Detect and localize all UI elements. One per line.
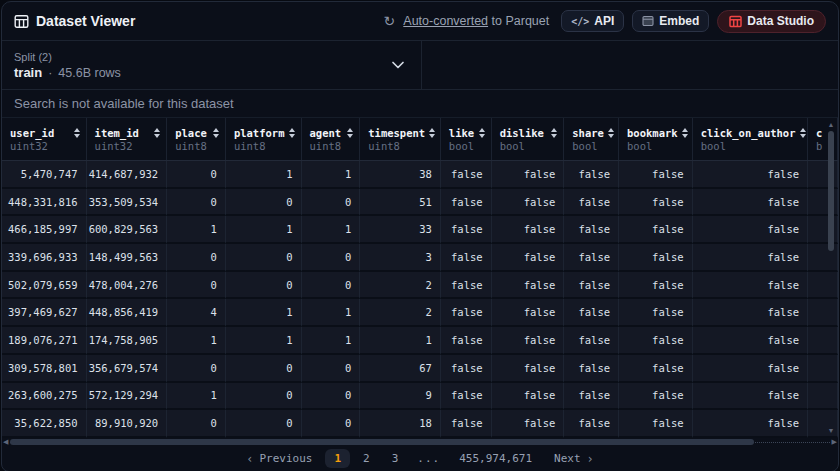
table-cell[interactable]: 353,509,534 [87,189,168,217]
table-cell[interactable]: 148,499,563 [87,244,168,272]
table-cell[interactable]: 1 [302,327,361,355]
scroll-down-arrow-icon[interactable]: ▼ [828,427,835,435]
table-cell[interactable]: false [564,299,619,327]
table-cell[interactable]: 1 [302,299,361,327]
table-cell[interactable]: 89,910,920 [87,410,168,438]
horizontal-scrollbar[interactable]: ◀ ▶ [2,438,838,446]
vertical-scrollbar[interactable]: ▲ ▼ [827,121,835,435]
table-cell[interactable]: false [492,161,565,189]
table-cell[interactable]: false [693,272,808,300]
column-header-share[interactable]: sharebool [564,118,619,160]
sort-icon[interactable] [429,128,435,138]
table-cell[interactable]: false [441,244,492,272]
table-cell[interactable]: 0 [302,189,361,217]
table-cell[interactable]: false [564,216,619,244]
table-cell[interactable]: 0 [302,355,361,383]
table-cell[interactable]: false [693,410,808,438]
table-cell[interactable]: 0 [226,244,302,272]
table-cell[interactable]: 0 [167,355,226,383]
table-cell[interactable]: 1 [302,216,361,244]
table-cell[interactable]: false [693,161,808,189]
table-cell[interactable]: false [619,410,693,438]
table-cell[interactable]: 38 [360,161,441,189]
sort-icon[interactable] [213,128,219,138]
table-cell[interactable]: false [492,299,565,327]
next-button[interactable]: Next› [545,449,603,469]
table-cell[interactable]: false [619,216,693,244]
scroll-left-arrow-icon[interactable]: ◀ [3,438,8,446]
column-header-bookmark[interactable]: bookmarkbool [619,118,693,160]
table-cell[interactable]: false [693,327,808,355]
table-cell[interactable]: false [564,383,619,411]
table-cell[interactable]: false [564,244,619,272]
sort-icon[interactable] [154,128,160,138]
table-cell[interactable]: 0 [226,383,302,411]
table-cell[interactable]: 0 [167,161,226,189]
table-cell[interactable]: false [693,383,808,411]
table-cell[interactable]: 0 [226,355,302,383]
table-cell[interactable]: 18 [360,410,441,438]
sort-icon[interactable] [479,128,485,138]
table-cell[interactable]: 356,679,574 [87,355,168,383]
table-cell[interactable]: false [564,161,619,189]
table-cell[interactable]: false [619,299,693,327]
table-cell[interactable]: false [693,355,808,383]
page-button-2[interactable]: 2 [354,449,379,468]
column-header-user_id[interactable]: user_iduint32 [2,118,87,160]
table-cell[interactable]: 1 [167,216,226,244]
table-cell[interactable]: 448,856,419 [87,299,168,327]
table-cell[interactable]: 0 [167,272,226,300]
table-cell[interactable]: false [441,383,492,411]
table-cell[interactable]: false [441,327,492,355]
table-cell[interactable]: false [619,327,693,355]
table-cell[interactable]: 572,129,294 [87,383,168,411]
table-cell[interactable]: false [492,383,565,411]
table-cell[interactable]: 0 [302,244,361,272]
sort-icon[interactable] [289,128,295,138]
data-studio-button[interactable]: Data Studio [717,10,826,33]
column-header-platform[interactable]: platformuint8 [226,118,302,160]
table-cell[interactable]: false [619,355,693,383]
table-cell[interactable]: false [492,327,565,355]
table-cell[interactable]: 1 [226,216,302,244]
table-cell[interactable]: 51 [360,189,441,217]
table-cell[interactable]: 35,622,850 [2,410,87,438]
table-cell[interactable]: false [492,216,565,244]
table-cell[interactable]: 502,079,659 [2,272,87,300]
table-cell[interactable]: 0 [302,272,361,300]
table-cell[interactable]: false [619,272,693,300]
table-cell[interactable]: false [564,272,619,300]
table-cell[interactable]: false [564,327,619,355]
scroll-right-arrow-icon[interactable]: ▶ [832,438,837,446]
table-cell[interactable]: 414,687,932 [87,161,168,189]
table-cell[interactable]: false [693,244,808,272]
sort-icon[interactable] [74,128,80,138]
table-cell[interactable]: 4 [167,299,226,327]
table-cell[interactable]: false [619,244,693,272]
table-cell[interactable]: 67 [360,355,441,383]
table-cell[interactable]: false [619,383,693,411]
table-cell[interactable]: 0 [167,244,226,272]
table-cell[interactable]: false [492,410,565,438]
table-cell[interactable]: false [693,299,808,327]
column-header-like[interactable]: likebool [441,118,492,160]
table-cell[interactable]: 0 [226,189,302,217]
table-cell[interactable]: 1 [167,327,226,355]
embed-button[interactable]: Embed [632,10,709,32]
table-cell[interactable]: false [441,272,492,300]
table-cell[interactable]: false [619,161,693,189]
table-cell[interactable]: false [441,410,492,438]
vertical-scrollbar-thumb[interactable] [828,131,834,251]
table-cell[interactable]: false [492,189,565,217]
table-cell[interactable]: false [564,410,619,438]
sort-icon[interactable] [682,128,688,138]
table-cell[interactable]: 600,829,563 [87,216,168,244]
sort-icon[interactable] [347,128,353,138]
last-page-button[interactable]: 455,974,671 [450,449,541,468]
table-cell[interactable]: false [492,272,565,300]
table-cell[interactable]: false [693,216,808,244]
column-header-click_on_author[interactable]: click_on_authorbool [693,118,808,160]
table-cell[interactable]: 0 [167,410,226,438]
table-cell[interactable]: 309,578,801 [2,355,87,383]
table-cell[interactable]: 466,185,997 [2,216,87,244]
